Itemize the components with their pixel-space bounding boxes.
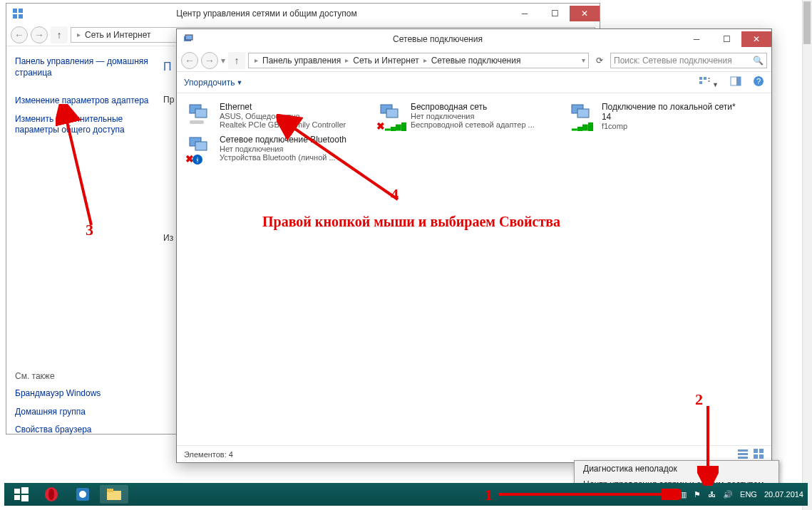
connection-name: Сетевое подключение Bluetooth	[220, 135, 346, 145]
svg-rect-36	[21, 495, 29, 501]
taskbar-explorer[interactable]	[100, 485, 128, 504]
nav-forward-button[interactable]: →	[31, 26, 48, 43]
main-back-content: П Пр Из	[163, 61, 174, 243]
svg-rect-11	[704, 77, 706, 80]
scrollbar-thumb[interactable]	[803, 1, 811, 44]
taskbar-settings[interactable]	[68, 485, 97, 504]
window-title: Центр управления сетями и общим доступом	[24, 9, 510, 19]
window-title: Сетевые подключения	[194, 34, 682, 44]
app-icon	[183, 33, 194, 45]
svg-rect-42	[107, 489, 113, 492]
svg-rect-0	[13, 9, 17, 13]
tray-date[interactable]: 20.07.2014	[764, 490, 803, 499]
nav-up-button[interactable]: ↑	[228, 52, 245, 69]
heading-fragment: П	[163, 61, 174, 73]
minimize-button[interactable]: ─	[510, 6, 540, 21]
sidebar-link-adapter[interactable]: Изменение параметров адаптера	[15, 95, 155, 107]
sidebar-link-homegroup[interactable]: Домашняя группа	[15, 407, 155, 418]
nav-back-button[interactable]: ←	[181, 52, 198, 69]
connection-ethernet[interactable]: Ethernet ASUS, Общедоступно Realtek PCIe…	[187, 102, 365, 130]
svg-rect-33	[14, 489, 20, 494]
svg-rect-21	[386, 109, 398, 118]
svg-rect-32	[759, 454, 764, 459]
svg-rect-7	[185, 35, 192, 40]
toolbar: Упорядочить ▼ ▼ ?	[177, 72, 771, 93]
sidebar-see-also: См. также	[15, 371, 155, 381]
svg-rect-34	[21, 487, 29, 494]
menu-diagnose[interactable]: Диагностика неполадок	[575, 461, 778, 477]
breadcrumb-control-panel[interactable]: Панель управления	[261, 56, 342, 66]
connection-wireless[interactable]: ✖ ▂▄▆█ Беспроводная сеть Нет подключения…	[378, 102, 556, 130]
nav-up-button[interactable]: ↑	[51, 26, 68, 43]
connection-name: Подключение по локальной сети* 14	[602, 102, 747, 122]
svg-rect-18	[195, 109, 207, 118]
maximize-button[interactable]: ☐	[711, 31, 741, 47]
tray-language[interactable]: ENG	[740, 490, 757, 499]
svg-rect-1	[19, 9, 23, 13]
ethernet-icon	[187, 102, 215, 130]
start-button[interactable]	[9, 485, 34, 504]
svg-rect-2	[13, 14, 17, 19]
svg-rect-14	[736, 77, 741, 85]
tray-network-icon[interactable]: 🖧	[708, 490, 716, 499]
tray-flag-icon[interactable]: ⚑	[694, 490, 701, 499]
sidebar-link-home[interactable]: Панель управления — домашняя страница	[15, 56, 155, 78]
connection-status: Нет подключения	[220, 145, 346, 153]
nav-forward-button[interactable]: →	[201, 52, 218, 69]
minimize-button[interactable]: ─	[682, 31, 711, 47]
connection-lan14[interactable]: ▂▄▆█ Подключение по локальной сети* 14 f…	[569, 102, 747, 130]
svg-rect-25	[195, 142, 207, 150]
annotation-number-4: 4	[391, 185, 399, 204]
breadcrumb-seg[interactable]: Сеть и Интернет	[83, 30, 152, 40]
close-button[interactable]: ✕	[741, 31, 771, 47]
breadcrumb-sep: ▸	[77, 31, 81, 38]
close-button[interactable]: ✕	[570, 6, 600, 21]
text-fragment-2: Из	[163, 233, 174, 243]
page-scrollbar[interactable]	[802, 0, 812, 510]
annotation-number-2: 2	[695, 390, 703, 409]
connection-device: Realtek PCIe GBE Family Controller	[220, 120, 346, 129]
details-view-icon[interactable]	[737, 448, 749, 461]
tray-app-icon[interactable]: ▥	[679, 490, 687, 499]
tiles-view-icon[interactable]	[753, 448, 764, 461]
svg-rect-26	[738, 449, 748, 452]
item-count: Элементов: 4	[184, 450, 233, 459]
text-fragment: Пр	[163, 95, 174, 105]
address-bar[interactable]: ▸ Панель управления ▸ Сеть и Интернет ▸ …	[248, 53, 589, 68]
organize-button[interactable]: Упорядочить ▼	[184, 78, 242, 88]
sidebar-link-firewall[interactable]: Брандмауэр Windows	[15, 388, 155, 400]
connection-bluetooth[interactable]: ✖ ᚼ Сетевое подключение Bluetooth Нет по…	[187, 135, 365, 163]
search-placeholder: Поиск: Сетевые подключения	[614, 56, 732, 66]
nav-back-button[interactable]: ←	[11, 26, 28, 43]
app-icon	[12, 8, 24, 19]
breadcrumb-network[interactable]: Сеть и Интернет	[351, 56, 420, 66]
annotation-hint: Правой кнопкой мыши и выбираем Свойства	[262, 214, 560, 230]
annotation-number-3: 3	[86, 221, 93, 239]
view-menu-icon[interactable]: ▼	[699, 76, 719, 89]
sidebar-link-shared[interactable]: Изменить дополнительные параметры общего…	[15, 114, 155, 136]
search-icon: 🔍	[753, 56, 764, 66]
bluetooth-badge-icon: ᚼ	[192, 155, 202, 165]
addressbar-dropdown[interactable]: ▾	[582, 56, 585, 64]
maximize-button[interactable]: ☐	[540, 6, 570, 21]
refresh-button[interactable]: ⟳	[592, 53, 607, 68]
connection-name: Беспроводная сеть	[411, 102, 535, 112]
help-icon[interactable]: ?	[753, 76, 764, 89]
svg-rect-10	[699, 77, 702, 80]
wireless-icon: ✖ ▂▄▆█	[378, 102, 406, 130]
svg-rect-19	[190, 120, 204, 124]
taskbar-opera[interactable]	[37, 485, 66, 504]
preview-pane-icon[interactable]	[730, 76, 741, 89]
svg-rect-3	[19, 14, 23, 19]
search-input[interactable]: Поиск: Сетевые подключения 🔍	[610, 53, 767, 68]
titlebar: Центр управления сетями и общим доступом…	[6, 4, 600, 24]
svg-rect-35	[14, 495, 20, 500]
taskbar: ▥ ⚑ 🖧 🔊 ENG 20.07.2014	[4, 483, 808, 506]
breadcrumb-connections[interactable]: Сетевые подключения	[430, 56, 523, 66]
connection-device: Устройства Bluetooth (личной ...	[220, 153, 346, 162]
tray-volume-icon[interactable]: 🔊	[723, 490, 733, 499]
sidebar-link-browser[interactable]: Свойства браузера	[15, 425, 155, 436]
svg-rect-23	[577, 109, 589, 118]
svg-text:?: ?	[756, 77, 761, 85]
svg-rect-27	[738, 453, 748, 455]
